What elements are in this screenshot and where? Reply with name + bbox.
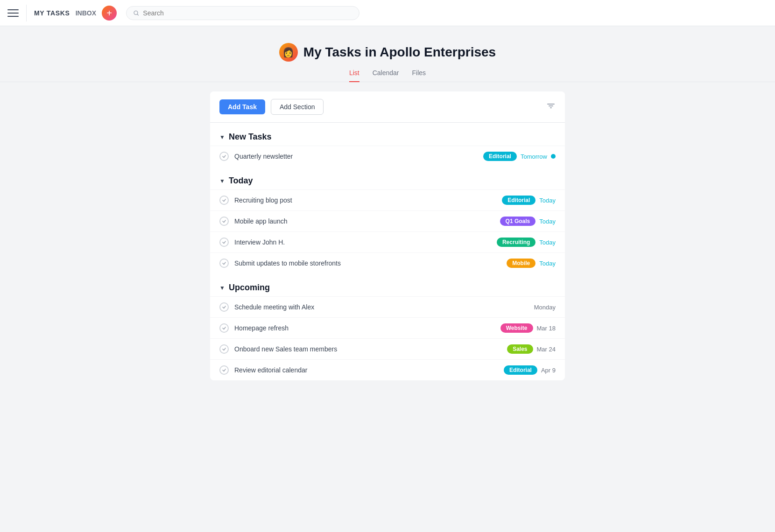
section-collapse-icon[interactable]: ▼ [219,285,225,291]
section-header: ▼ Today [210,167,565,189]
section-collapse-icon[interactable]: ▼ [219,178,225,184]
top-navigation: MY TASKS INBOX + [0,0,775,26]
section-2: ▼ Upcoming Schedule meeting with Alex Mo… [210,273,565,380]
task-checkbox[interactable] [219,238,229,247]
table-row[interactable]: Interview John H. Recruiting Today [210,231,565,252]
add-task-button[interactable]: Add Task [219,99,265,114]
task-checkbox[interactable] [219,365,229,375]
search-bar [126,6,359,20]
toolbar: Add Task Add Section [210,91,565,123]
task-checkbox[interactable] [219,302,229,312]
task-checkbox[interactable] [219,196,229,205]
task-meta: Q1 Goals Today [500,217,556,226]
filter-icon[interactable] [546,101,556,113]
avatar: 👩 [279,43,298,62]
task-name: Onboard new Sales team members [234,345,501,353]
task-name: Homepage refresh [234,324,495,332]
task-tag: Sales [507,344,533,354]
task-due-date: Today [539,218,556,225]
task-due-date: Today [539,260,556,267]
task-meta: Editorial Tomorrow [483,152,556,161]
menu-icon[interactable] [7,7,19,19]
task-due-date: Mar 24 [537,346,556,353]
section-1: ▼ Today Recruiting blog post Editorial T… [210,167,565,273]
task-due-date: Mar 18 [537,325,556,332]
section-header: ▼ New Tasks [210,123,565,146]
task-name: Review editorial calendar [234,366,498,374]
add-section-button[interactable]: Add Section [271,99,324,115]
page-tabs: List Calendar Files [0,69,775,82]
task-name: Mobile app launch [234,217,494,225]
svg-line-1 [137,14,138,15]
task-tag: Editorial [483,152,517,161]
sections-container: ▼ New Tasks Quarterly newsletter Editori… [210,123,565,380]
table-row[interactable]: Homepage refresh Website Mar 18 [210,317,565,338]
table-row[interactable]: Recruiting blog post Editorial Today [210,189,565,210]
section-header: ▼ Upcoming [210,273,565,296]
task-tag: Editorial [504,365,537,375]
table-row[interactable]: Quarterly newsletter Editorial Tomorrow [210,146,565,167]
task-meta: Mobile Today [507,259,556,268]
task-tag: Website [500,323,533,333]
task-due-date: Apr 9 [541,367,556,374]
task-tag: Editorial [502,196,535,205]
tab-files[interactable]: Files [412,69,426,82]
add-button[interactable]: + [102,6,117,21]
task-card: Add Task Add Section ▼ New Tasks Quarter… [210,91,565,380]
task-meta: Monday [534,304,556,311]
section-0: ▼ New Tasks Quarterly newsletter Editori… [210,123,565,167]
task-due-date: Today [539,197,556,204]
page-header: 👩 My Tasks in Apollo Enterprises List Ca… [0,26,775,82]
task-checkbox[interactable] [219,323,229,333]
task-due-date: Today [539,239,556,246]
task-due-date: Monday [534,304,556,311]
table-row[interactable]: Onboard new Sales team members Sales Mar… [210,338,565,359]
page-title: My Tasks in Apollo Enterprises [303,45,496,60]
section-collapse-icon[interactable]: ▼ [219,134,225,140]
nav-divider [26,5,27,21]
task-name: Recruiting blog post [234,196,496,204]
my-tasks-nav-label[interactable]: MY TASKS [34,9,70,17]
tab-calendar[interactable]: Calendar [373,69,399,82]
main-content: Add Task Add Section ▼ New Tasks Quarter… [210,82,565,399]
task-tag: Mobile [507,259,535,268]
section-title: Today [229,176,253,186]
task-checkbox[interactable] [219,259,229,268]
task-meta: Editorial Apr 9 [504,365,556,375]
task-checkbox[interactable] [219,344,229,354]
task-checkbox[interactable] [219,152,229,161]
table-row[interactable]: Submit updates to mobile storefronts Mob… [210,252,565,273]
table-row[interactable]: Review editorial calendar Editorial Apr … [210,359,565,380]
search-input[interactable] [143,9,352,17]
search-icon [133,10,139,16]
dot-indicator [551,154,556,159]
task-name: Schedule meeting with Alex [234,303,528,311]
tab-list[interactable]: List [349,69,359,82]
task-meta: Website Mar 18 [500,323,556,333]
section-title: New Tasks [229,132,272,142]
task-tag: Q1 Goals [500,217,536,226]
task-meta: Recruiting Today [497,238,556,247]
task-name: Quarterly newsletter [234,153,478,160]
task-name: Interview John H. [234,238,491,246]
task-meta: Sales Mar 24 [507,344,556,354]
section-title: Upcoming [229,283,270,293]
inbox-nav-label[interactable]: INBOX [76,9,96,17]
task-due-date: Tomorrow [521,153,547,160]
task-meta: Editorial Today [502,196,556,205]
task-tag: Recruiting [497,238,535,247]
table-row[interactable]: Mobile app launch Q1 Goals Today [210,210,565,231]
task-checkbox[interactable] [219,217,229,226]
table-row[interactable]: Schedule meeting with Alex Monday [210,296,565,317]
task-name: Submit updates to mobile storefronts [234,259,501,267]
